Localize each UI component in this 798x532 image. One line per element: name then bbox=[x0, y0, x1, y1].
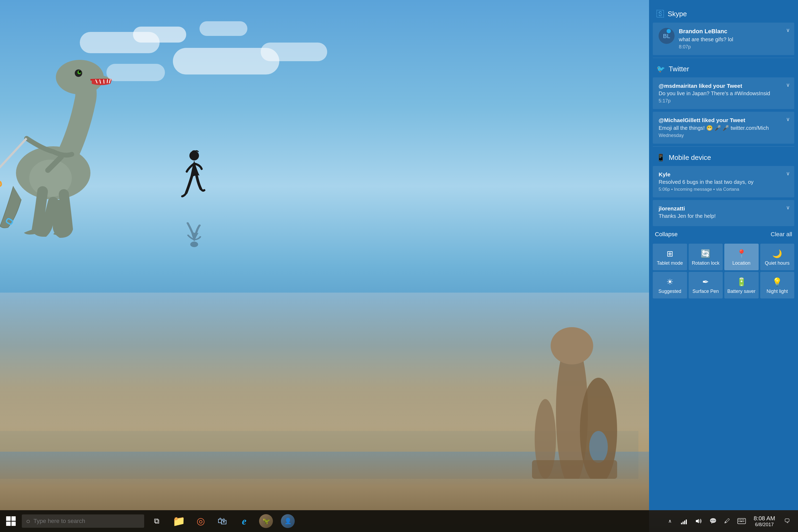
avatar-2: 👤 bbox=[281, 514, 295, 528]
brandon-avatar: BL bbox=[659, 28, 674, 44]
taskbar-app-groove[interactable]: ◎ bbox=[190, 510, 211, 532]
dinosaur-illustration bbox=[0, 26, 130, 240]
twitter-expand-1[interactable]: ∨ bbox=[786, 82, 790, 88]
tray-pen-icon[interactable]: 🖊 bbox=[721, 514, 734, 528]
twitter-sender-1: @msdmairitan liked your Tweet bbox=[659, 83, 788, 89]
surface-pen-tile[interactable]: ✒ Surface Pen bbox=[689, 272, 723, 299]
search-box[interactable]: ○ bbox=[22, 514, 144, 528]
taskbar-quick-icons: ⧉ bbox=[147, 512, 166, 530]
clock-date: 6/8/2017 bbox=[755, 522, 774, 528]
twitter-message-1: Do you live in Japan? There's a #Windows… bbox=[659, 91, 788, 97]
store-icon: 🛍 bbox=[217, 515, 227, 527]
rotation-lock-tile[interactable]: 🔄 Rotation lock bbox=[689, 244, 723, 270]
tray-keyboard-icon[interactable] bbox=[735, 514, 748, 528]
taskbar-app-avatar2[interactable]: 👤 bbox=[277, 510, 299, 532]
ac-footer: Collapse Clear all bbox=[649, 227, 798, 242]
tray-arrow-icon[interactable]: ∧ bbox=[663, 514, 677, 528]
taskbar-app-avatar1[interactable]: 🦖 bbox=[255, 510, 277, 532]
skype-label: Skype bbox=[668, 10, 687, 18]
cloud-4 bbox=[261, 42, 327, 61]
svg-point-23 bbox=[190, 242, 198, 247]
tablet-mode-tile[interactable]: ⊞ Tablet mode bbox=[653, 244, 687, 270]
surface-pen-icon: ✒ bbox=[702, 277, 709, 286]
divider-2 bbox=[653, 146, 794, 147]
svg-rect-29 bbox=[684, 520, 685, 524]
svg-rect-5 bbox=[532, 460, 617, 479]
night-light-tile[interactable]: 💡 Night light bbox=[760, 272, 795, 299]
svg-rect-30 bbox=[686, 519, 687, 524]
tray-network-icon[interactable] bbox=[678, 514, 691, 528]
location-icon: 📍 bbox=[737, 249, 746, 258]
rotation-lock-label: Rotation lock bbox=[692, 261, 720, 266]
location-label: Location bbox=[732, 261, 750, 266]
night-light-icon: 💡 bbox=[772, 277, 782, 286]
quiet-hours-icon: 🌙 bbox=[772, 249, 782, 258]
taskbar-app-edge[interactable]: e bbox=[233, 510, 255, 532]
system-tray: ∧ 💬 🖊 bbox=[663, 514, 798, 528]
skype-expand-btn[interactable]: ∨ bbox=[786, 27, 790, 33]
rotation-lock-icon: 🔄 bbox=[701, 249, 710, 258]
svg-point-1 bbox=[551, 327, 593, 364]
mobile-message-1: Resolved 6 bugs in the last two days, oy bbox=[659, 179, 788, 185]
notification-center-icon[interactable]: 🗨 bbox=[780, 514, 794, 528]
svg-rect-28 bbox=[683, 521, 684, 524]
skype-notification-1[interactable]: BL Brandon LeBlanc what are these gifs? … bbox=[653, 23, 794, 55]
twitter-expand-2[interactable]: ∨ bbox=[786, 116, 790, 122]
start-button[interactable] bbox=[0, 510, 22, 532]
task-view-button[interactable]: ⧉ bbox=[147, 512, 166, 530]
skype-message: what are these gifs? lol bbox=[679, 36, 788, 42]
svg-point-10 bbox=[79, 71, 81, 73]
night-light-label: Night light bbox=[766, 289, 788, 294]
collapse-button[interactable]: Collapse bbox=[655, 231, 678, 238]
mobile-expand-1[interactable]: ∨ bbox=[786, 170, 790, 177]
cloud-6 bbox=[107, 64, 165, 81]
svg-rect-34 bbox=[742, 519, 743, 520]
quiet-hours-label: Quiet hours bbox=[765, 261, 790, 266]
edge-icon: e bbox=[242, 515, 247, 527]
search-icon: ○ bbox=[26, 517, 30, 525]
mobile-sender-1: Kyle bbox=[659, 171, 788, 178]
svg-rect-35 bbox=[743, 519, 744, 520]
twitter-notification-2[interactable]: @MichaelGillett liked your Tweet Emoji a… bbox=[653, 112, 794, 144]
search-input[interactable] bbox=[34, 518, 140, 525]
twitter-notification-1[interactable]: @msdmairitan liked your Tweet Do you liv… bbox=[653, 77, 794, 109]
mobile-expand-2[interactable]: ∨ bbox=[786, 204, 790, 211]
skype-sender: Brandon LeBlanc bbox=[679, 28, 788, 35]
svg-point-22 bbox=[189, 151, 199, 160]
file-explorer-icon: 📁 bbox=[173, 515, 185, 527]
tablet-mode-label: Tablet mode bbox=[657, 261, 683, 266]
mobile-icon: 📱 bbox=[657, 153, 665, 162]
tray-message-icon[interactable]: 💬 bbox=[706, 514, 720, 528]
tray-clock[interactable]: 8:08 AM 6/8/2017 bbox=[749, 515, 779, 528]
groove-icon: ◎ bbox=[196, 515, 205, 527]
mobile-label: Mobile device bbox=[669, 153, 711, 162]
surface-pen-label: Surface Pen bbox=[692, 289, 719, 294]
clear-all-button[interactable]: Clear all bbox=[771, 231, 792, 238]
twitter-timestamp-1: 5:17p bbox=[659, 98, 788, 104]
suggested-tile[interactable]: ☀ Suggested bbox=[653, 272, 687, 299]
battery-saver-icon: 🔋 bbox=[737, 277, 746, 286]
running-person bbox=[181, 149, 208, 208]
location-tile[interactable]: 📍 Location bbox=[724, 244, 759, 270]
cloud-5 bbox=[200, 21, 247, 36]
quick-actions-grid: ⊞ Tablet mode 🔄 Rotation lock 📍 Location… bbox=[649, 242, 798, 302]
mobile-section-header: 📱 Mobile device bbox=[649, 148, 798, 165]
svg-rect-27 bbox=[681, 523, 682, 524]
twitter-timestamp-2: Wednesday bbox=[659, 133, 788, 138]
quiet-hours-tile[interactable]: 🌙 Quiet hours bbox=[760, 244, 795, 270]
mobile-notification-2[interactable]: jlorenzatti Thanks Jen for the help! ∨ bbox=[653, 200, 794, 226]
battery-saver-tile[interactable]: 🔋 Battery saver bbox=[724, 272, 759, 299]
clock-time: 8:08 AM bbox=[754, 515, 775, 522]
skype-icon: 🇸 bbox=[657, 10, 664, 18]
mobile-sender-2: jlorenzatti bbox=[659, 205, 788, 212]
avatar-1: 🦖 bbox=[259, 514, 273, 528]
tablet-mode-icon: ⊞ bbox=[667, 249, 673, 258]
svg-rect-15 bbox=[0, 181, 1, 187]
tray-volume-icon[interactable] bbox=[692, 514, 705, 528]
task-view-icon: ⧉ bbox=[154, 517, 159, 526]
taskbar-app-store[interactable]: 🛍 bbox=[212, 510, 233, 532]
svg-rect-36 bbox=[738, 521, 740, 522]
mobile-notification-1[interactable]: Kyle Resolved 6 bugs in the last two day… bbox=[653, 166, 794, 197]
taskbar-app-file-explorer[interactable]: 📁 bbox=[168, 510, 189, 532]
battery-saver-label: Battery saver bbox=[727, 289, 756, 294]
